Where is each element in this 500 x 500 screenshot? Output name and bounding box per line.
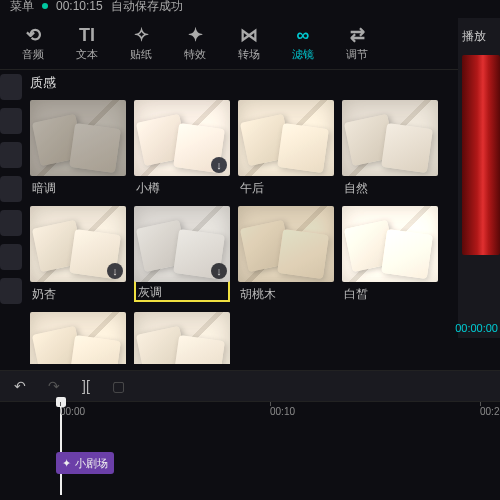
tool-icon: ⋈ bbox=[240, 25, 258, 45]
filter-item[interactable]: 胡桃木 bbox=[238, 206, 334, 304]
tool-label: 调节 bbox=[346, 47, 368, 62]
filter-item[interactable]: 自然 bbox=[342, 100, 438, 198]
filter-label: 奶杏 bbox=[30, 282, 126, 304]
tool-label: 音频 bbox=[22, 47, 44, 62]
tool-贴纸[interactable]: ✧贴纸 bbox=[114, 20, 168, 68]
timeline-ruler[interactable]: 00:0000:1000:20 bbox=[0, 402, 500, 424]
filter-thumbnail[interactable] bbox=[238, 206, 334, 282]
tool-调节[interactable]: ⇄调节 bbox=[330, 20, 384, 68]
tool-icon: ✦ bbox=[188, 25, 203, 45]
menu-label[interactable]: 菜单 bbox=[10, 0, 34, 15]
filter-thumbnail[interactable] bbox=[30, 100, 126, 176]
filter-item[interactable]: ↓小樽 bbox=[134, 100, 230, 198]
main-toolbar: ⟲音频TI文本✧贴纸✦特效⋈转场∞滤镜⇄调节 bbox=[0, 18, 500, 70]
download-icon[interactable]: ↓ bbox=[211, 263, 227, 279]
section-title: 质感 bbox=[30, 74, 458, 92]
timeline-toolbar: ↶ ↷ ][ ▢ bbox=[0, 370, 500, 402]
sidebar-item[interactable] bbox=[0, 142, 22, 168]
clip-label: 小剧场 bbox=[75, 456, 108, 471]
filter-thumbnail[interactable] bbox=[238, 100, 334, 176]
undo-button[interactable]: ↶ bbox=[14, 378, 26, 394]
split-button[interactable]: ][ bbox=[82, 378, 90, 394]
tool-label: 特效 bbox=[184, 47, 206, 62]
filter-label: 白皙 bbox=[342, 282, 438, 304]
crop-button[interactable]: ▢ bbox=[112, 378, 125, 394]
filter-item[interactable]: 暗调 bbox=[30, 100, 126, 198]
filter-label: 小樽 bbox=[134, 176, 230, 198]
tool-icon: TI bbox=[79, 25, 95, 45]
preview-time: 00:00:00 bbox=[455, 322, 498, 334]
autosave-dot-icon bbox=[42, 3, 48, 9]
filter-thumbnail[interactable]: ↓ bbox=[134, 100, 230, 176]
sidebar-item[interactable] bbox=[0, 278, 22, 304]
clip-effect-icon: ✦ bbox=[62, 457, 71, 470]
filter-item[interactable]: ↓ bbox=[134, 312, 230, 364]
filter-label: 自然 bbox=[342, 176, 438, 198]
tool-label: 滤镜 bbox=[292, 47, 314, 62]
tool-转场[interactable]: ⋈转场 bbox=[222, 20, 276, 68]
status-timestamp: 00:10:15 bbox=[56, 0, 103, 13]
filter-item[interactable]: ↓奶杏 bbox=[30, 206, 126, 304]
tool-特效[interactable]: ✦特效 bbox=[168, 20, 222, 68]
filter-label: 灰调 bbox=[134, 280, 230, 302]
sidebar-item[interactable] bbox=[0, 74, 22, 100]
tool-icon: ∞ bbox=[297, 25, 310, 45]
tool-label: 贴纸 bbox=[130, 47, 152, 62]
tool-icon: ⇄ bbox=[350, 25, 365, 45]
tool-滤镜[interactable]: ∞滤镜 bbox=[276, 20, 330, 68]
tool-icon: ✧ bbox=[134, 25, 149, 45]
filter-label: 暗调 bbox=[30, 176, 126, 198]
download-icon[interactable]: ↓ bbox=[211, 157, 227, 173]
tool-音频[interactable]: ⟲音频 bbox=[6, 20, 60, 68]
ruler-tick: 00:20 bbox=[480, 406, 500, 417]
filter-item[interactable]: ↓灰调 bbox=[134, 206, 230, 304]
autosave-text: 自动保存成功 bbox=[111, 0, 183, 15]
filter-thumbnail[interactable]: ↓ bbox=[30, 206, 126, 282]
redo-button[interactable]: ↷ bbox=[48, 378, 60, 394]
sidebar-item[interactable] bbox=[0, 108, 22, 134]
filter-thumbnail[interactable]: ↓ bbox=[134, 206, 230, 282]
preview-thumbnail[interactable] bbox=[462, 55, 500, 255]
tool-文本[interactable]: TI文本 bbox=[60, 20, 114, 68]
filter-thumbnail[interactable]: ↓ bbox=[30, 312, 126, 364]
sidebar-item[interactable] bbox=[0, 210, 22, 236]
preview-title: 播放 bbox=[458, 18, 500, 55]
ruler-tick: 00:10 bbox=[270, 406, 295, 417]
filter-thumbnail[interactable] bbox=[342, 206, 438, 282]
filter-gallery: 质感 暗调↓小樽午后自然↓奶杏↓灰调胡桃木白皙↓↓ bbox=[30, 74, 458, 364]
sidebar-item[interactable] bbox=[0, 176, 22, 202]
category-sidebar bbox=[0, 74, 24, 312]
filter-thumbnail[interactable] bbox=[342, 100, 438, 176]
sidebar-item[interactable] bbox=[0, 244, 22, 270]
filter-item[interactable]: 白皙 bbox=[342, 206, 438, 304]
tool-icon: ⟲ bbox=[26, 25, 41, 45]
filter-label: 胡桃木 bbox=[238, 282, 334, 304]
tool-label: 转场 bbox=[238, 47, 260, 62]
ruler-tick: 00:00 bbox=[60, 406, 85, 417]
timeline-clip[interactable]: ✦ 小剧场 bbox=[56, 452, 114, 474]
filter-thumbnail[interactable]: ↓ bbox=[134, 312, 230, 364]
filter-item[interactable]: 午后 bbox=[238, 100, 334, 198]
download-icon[interactable]: ↓ bbox=[107, 263, 123, 279]
filter-label: 午后 bbox=[238, 176, 334, 198]
status-bar: 菜单 00:10:15 自动保存成功 bbox=[0, 0, 193, 12]
filter-item[interactable]: ↓ bbox=[30, 312, 126, 364]
preview-panel: 播放 00:00:00 bbox=[458, 18, 500, 338]
tool-label: 文本 bbox=[76, 47, 98, 62]
